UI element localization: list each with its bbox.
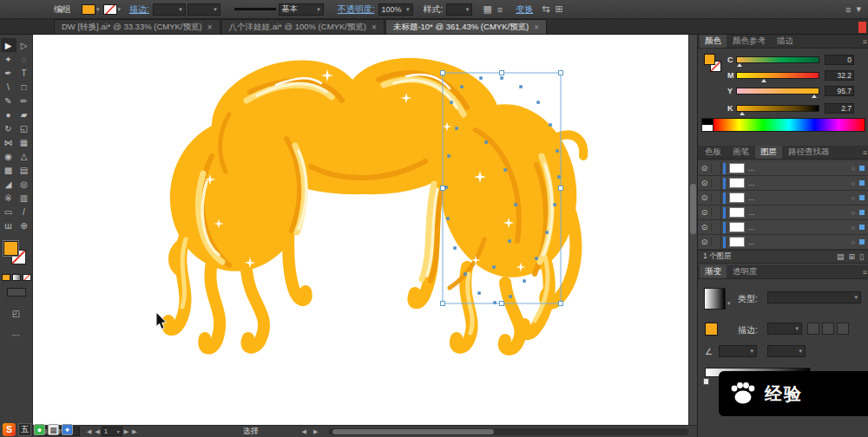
blob-brush-tool-icon[interactable]: ● <box>1 108 16 121</box>
eye-icon[interactable]: ⊙ <box>698 223 712 232</box>
color-proxy-fill-swatch[interactable] <box>704 54 715 65</box>
ime-settings-icon[interactable]: ✦ <box>62 424 73 435</box>
variable-width-dropdown[interactable]: ▾ <box>187 3 220 16</box>
stroke-color-swatch[interactable] <box>103 4 117 15</box>
opacity-input[interactable]: 100%▾ <box>378 3 413 16</box>
toolbar-more-icon[interactable]: ⋯ <box>0 330 32 340</box>
magenta-value[interactable]: 32.2 <box>825 70 854 81</box>
layer-thumbnail[interactable] <box>729 192 745 203</box>
line-tool-icon[interactable]: \ <box>1 80 16 94</box>
paintbrush-tool-icon[interactable]: ✎ <box>1 94 16 108</box>
drawing-mode-icon[interactable]: ◰ <box>0 309 32 318</box>
next-artboard-icon[interactable]: ▶ <box>124 428 128 435</box>
tab-swatches[interactable]: 色板 <box>700 146 727 159</box>
lock-cell[interactable] <box>712 176 721 190</box>
sogou-input-icon[interactable]: S <box>3 423 16 436</box>
lock-cell[interactable] <box>712 161 721 175</box>
scale-tool-icon[interactable]: ◱ <box>16 121 32 135</box>
document-tab-3-active[interactable]: 未标题-10* @ 361.43% (CMYK/预览) × <box>385 19 547 34</box>
selection-indicator[interactable] <box>859 239 865 245</box>
slice-tool-icon[interactable]: / <box>16 205 32 218</box>
target-icon[interactable]: ○ <box>851 179 855 187</box>
tab-color-guide[interactable]: 颜色参考 <box>727 35 771 48</box>
transform-link[interactable]: 变换 <box>516 3 533 16</box>
layer-thumbnail[interactable] <box>729 207 745 218</box>
eye-icon[interactable]: ⊙ <box>698 193 712 202</box>
black-value[interactable]: 2.7 <box>825 103 854 114</box>
tab-layers[interactable]: 图层 <box>755 146 782 159</box>
color-mode-button[interactable] <box>2 274 10 281</box>
screen-mode-button[interactable] <box>7 288 26 297</box>
gradient-stroke-dropdown[interactable]: ▾ <box>767 323 802 335</box>
arrange-icon[interactable]: ⊞ <box>555 3 562 15</box>
eraser-tool-icon[interactable]: ▰ <box>16 108 32 121</box>
canvas[interactable] <box>33 35 688 425</box>
yellow-value[interactable]: 95.7 <box>825 86 854 96</box>
layer-label[interactable]: ... <box>748 238 851 246</box>
gradient-mode-button[interactable] <box>12 274 21 281</box>
first-artboard-icon[interactable]: ◀ <box>87 428 91 435</box>
eyedropper-tool-icon[interactable]: ◢ <box>1 177 16 191</box>
make-mask-icon[interactable]: ▤ <box>837 252 845 261</box>
gradient-dropdown-caret[interactable]: ▾ <box>727 300 731 307</box>
layer-thumbnail[interactable] <box>729 222 745 232</box>
gradient-aspect-input[interactable]: ▾ <box>767 345 806 357</box>
eye-icon[interactable]: ⊙ <box>698 164 712 173</box>
brush-definition-dropdown[interactable]: 基本▾ <box>279 3 324 16</box>
fill-proxy-swatch[interactable] <box>3 241 18 256</box>
canvas-horizontal-scrollbar[interactable] <box>329 428 688 435</box>
selection-indicator[interactable] <box>859 210 865 215</box>
soft-keyboard-icon[interactable]: ▦ <box>48 424 59 435</box>
vertical-scroll-thumb[interactable] <box>690 184 696 234</box>
lasso-tool-icon[interactable]: ◌ <box>16 52 32 66</box>
stroke-gradient-option-2[interactable] <box>822 323 834 335</box>
black-slider[interactable] <box>736 105 819 112</box>
lock-cell[interactable] <box>712 220 721 234</box>
perspective-grid-tool-icon[interactable]: △ <box>16 149 32 163</box>
horizontal-scroll-thumb[interactable] <box>332 429 494 434</box>
selection-tool-icon[interactable]: ▶ <box>1 38 16 52</box>
hand-tool-icon[interactable]: ɯ <box>1 218 16 232</box>
stroke-gradient-option-1[interactable] <box>807 323 819 335</box>
width-tool-icon[interactable]: ⋈ <box>1 135 16 149</box>
free-transform-tool-icon[interactable]: ▦ <box>16 135 32 149</box>
layer-thumbnail[interactable] <box>729 178 745 188</box>
none-mode-button[interactable] <box>23 274 31 281</box>
shape-builder-tool-icon[interactable]: ◉ <box>1 149 16 163</box>
status-menu-arrows[interactable]: ◀ ▶ <box>302 428 321 435</box>
last-artboard-icon[interactable]: ▶ <box>132 428 136 435</box>
color-spectrum-bar[interactable] <box>713 118 865 132</box>
black-white-swatches[interactable] <box>701 118 713 132</box>
target-icon[interactable]: ○ <box>851 224 855 232</box>
wubi-mode-button[interactable]: 五 <box>18 423 31 436</box>
tab-pathfinder[interactable]: 路径查找器 <box>783 146 835 159</box>
layer-label[interactable]: ... <box>748 208 851 217</box>
stroke-gradient-option-3[interactable] <box>837 323 849 335</box>
gradient-stop-left[interactable] <box>703 378 709 385</box>
blend-tool-icon[interactable]: ◎ <box>16 177 32 191</box>
panel-menu-icon[interactable]: ≡ <box>863 148 867 157</box>
target-icon[interactable]: ○ <box>851 238 855 246</box>
isolate-icon[interactable]: ⇆ <box>542 3 549 15</box>
document-tab-1[interactable]: DW [转换].ai* @ 33.33% (CMYK/预览) × <box>54 19 220 34</box>
prev-artboard-icon[interactable]: ◀ <box>95 428 99 435</box>
layer-label[interactable]: ... <box>748 164 851 173</box>
lock-cell[interactable] <box>712 205 721 219</box>
artboard-nav-dropdown[interactable]: 1 ▾ <box>102 427 122 436</box>
canvas-vertical-scrollbar[interactable] <box>688 35 697 425</box>
layer-thumbnail[interactable] <box>729 237 745 247</box>
gradient-fill-swatch[interactable] <box>705 323 718 336</box>
tab-brushes[interactable]: 画笔 <box>727 146 754 159</box>
target-icon[interactable]: ○ <box>851 194 855 202</box>
align-panel-icon[interactable]: ≡ <box>497 4 503 15</box>
tab-color[interactable]: 颜色 <box>700 35 727 48</box>
target-icon[interactable]: ○ <box>851 209 855 217</box>
artboard-tool-icon[interactable]: ▭ <box>1 205 16 218</box>
tab-gradient[interactable]: 渐变 <box>700 265 727 278</box>
rotate-tool-icon[interactable]: ↻ <box>1 121 16 135</box>
panel-options-caret[interactable]: ▾ <box>856 3 861 15</box>
tab-stroke[interactable]: 描边 <box>772 35 799 48</box>
layer-label[interactable]: ... <box>748 193 851 202</box>
layer-label[interactable]: ... <box>748 223 851 232</box>
new-layer-icon[interactable]: ⊞ <box>849 252 856 261</box>
